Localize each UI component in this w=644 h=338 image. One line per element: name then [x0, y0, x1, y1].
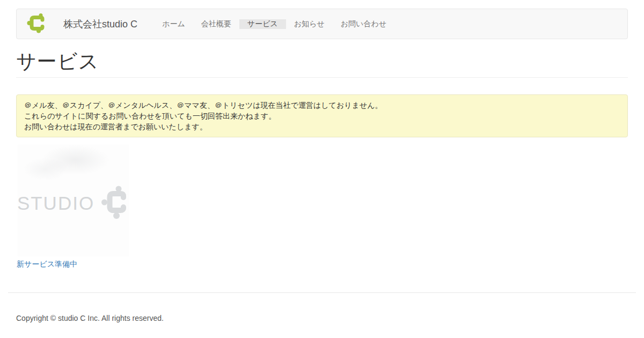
- notice-line: お問い合わせは現在の運営者までお願いいたします。: [24, 121, 620, 132]
- page-root: 株式会社studio C ホーム 会社概要 サービス お知らせ お問い合わせ サ…: [0, 9, 644, 322]
- brand-logo-icon: [27, 13, 47, 35]
- studio-wordmark: STUDIO: [17, 194, 94, 212]
- notice-box: ＠メル友、＠スカイプ、＠メンタルヘルス、＠ママ友、＠トリセツは現在当社で運営はし…: [16, 94, 628, 137]
- page-title: サービス: [16, 51, 628, 72]
- nav-item-company[interactable]: 会社概要: [193, 19, 239, 29]
- nav-item-services[interactable]: サービス: [239, 19, 286, 29]
- service-image: STUDIO: [18, 144, 129, 256]
- brand-logo-link[interactable]: [27, 13, 47, 35]
- brand-name[interactable]: 株式会社studio C: [63, 18, 137, 31]
- nav-item-contact[interactable]: お問い合わせ: [333, 19, 394, 29]
- new-service-link[interactable]: 新サービス準備中: [17, 260, 77, 269]
- nav-item-home[interactable]: ホーム: [154, 19, 193, 29]
- notice-line: これらのサイトに関するお問い合わせを頂いても一切回答出来かねます。: [24, 111, 620, 121]
- page-header: サービス: [16, 51, 628, 78]
- notice-line: ＠メル友、＠スカイプ、＠メンタルヘルス、＠ママ友、＠トリセツは現在当社で運営はし…: [24, 100, 620, 111]
- copyright-text: Copyright © studio C Inc. All rights res…: [16, 314, 628, 322]
- studio-c-logo-icon: [101, 185, 129, 222]
- navbar: 株式会社studio C ホーム 会社概要 サービス お知らせ お問い合わせ: [16, 9, 628, 39]
- nav-item-news[interactable]: お知らせ: [286, 19, 333, 29]
- footer-divider: [8, 292, 636, 293]
- nav-menu: ホーム 会社概要 サービス お知らせ お問い合わせ: [154, 19, 394, 29]
